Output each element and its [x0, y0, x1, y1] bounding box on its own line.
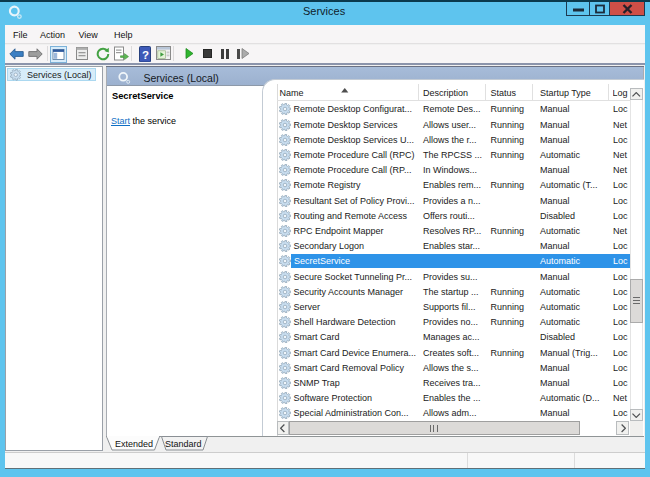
svg-text:Extended: Extended [115, 439, 153, 449]
svg-text:?: ? [141, 48, 148, 60]
svg-text:Standard: Standard [165, 439, 202, 449]
